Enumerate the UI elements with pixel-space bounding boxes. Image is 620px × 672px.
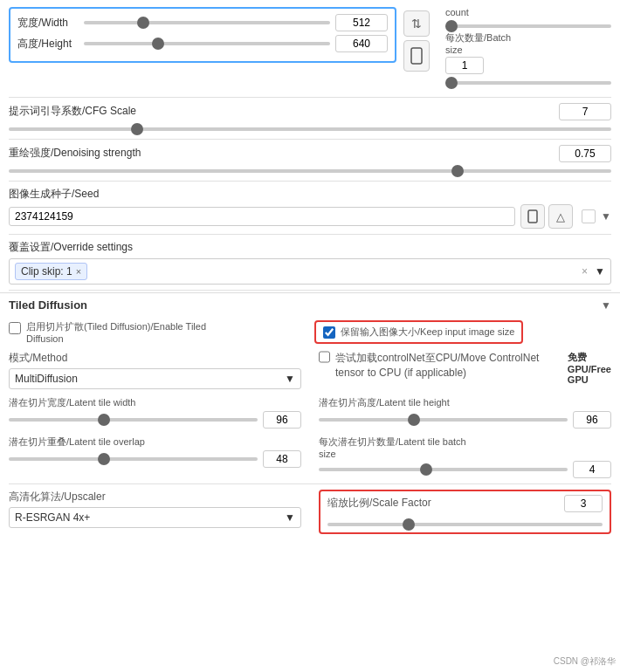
cfg-section: 提示词引导系数/CFG Scale 7 bbox=[0, 99, 620, 137]
tile-overlap-input[interactable]: 48 bbox=[263, 450, 301, 468]
method-label: 模式/Method bbox=[9, 351, 301, 366]
svg-rect-0 bbox=[411, 48, 422, 64]
batch-slider[interactable] bbox=[445, 81, 611, 85]
height-slider[interactable] bbox=[84, 42, 330, 45]
count-slider[interactable] bbox=[445, 24, 611, 28]
method-value: MultiDiffusion bbox=[15, 373, 78, 385]
enable-label: 启用切片扩散(Tiled Diffusion)/Enable Tiled Dif… bbox=[26, 320, 206, 344]
width-input[interactable]: 512 bbox=[335, 14, 388, 31]
enable-row: 启用切片扩散(Tiled Diffusion)/Enable Tiled Dif… bbox=[0, 317, 620, 347]
top-area: 宽度/Width 512 高度/Height 640 ⇅ count 每次数量/… bbox=[0, 0, 620, 95]
separator-4 bbox=[9, 234, 611, 235]
tile-width-param: 潜在切片宽度/Latent tile width 96 bbox=[9, 396, 301, 429]
denoising-input[interactable]: 0.75 bbox=[559, 145, 611, 162]
scale-factor-right: 缩放比例/Scale Factor 3 bbox=[319, 490, 611, 534]
seed-label: 图像生成种子/Seed bbox=[9, 187, 611, 202]
separator-5 bbox=[9, 290, 611, 291]
phone-button[interactable] bbox=[403, 40, 430, 72]
separator-3 bbox=[9, 181, 611, 182]
keep-image-box: 保留输入图像大小/Keep input image size bbox=[314, 320, 523, 344]
method-left: 模式/Method MultiDiffusion ▼ bbox=[9, 351, 301, 389]
seed-dropdown-arrow[interactable]: ▼ bbox=[601, 210, 611, 223]
scale-label: 缩放比例/Scale Factor bbox=[327, 496, 431, 511]
override-section: 覆盖设置/Override settings Clip skip: 1 × × … bbox=[0, 237, 620, 288]
tile-height-param: 潜在切片高度/Latent tile height 96 bbox=[319, 396, 611, 429]
override-clear-btn[interactable]: × bbox=[582, 265, 588, 278]
tile-overlap-row: 48 bbox=[9, 450, 301, 468]
dimension-box: 宽度/Width 512 高度/Height 640 bbox=[9, 7, 396, 63]
method-dropdown-arrow: ▼ bbox=[285, 373, 295, 385]
override-dropdown-arrow[interactable]: ▼ bbox=[595, 265, 605, 278]
cfg-label: 提示词引导系数/CFG Scale bbox=[9, 104, 136, 119]
tile-batch-param: 每次潜在切片数量/Latent tile batch size 4 bbox=[319, 435, 611, 478]
cfg-row: 提示词引导系数/CFG Scale 7 bbox=[9, 103, 611, 120]
tiled-title: Tiled Diffusion bbox=[9, 298, 601, 312]
tile-batch-slider[interactable] bbox=[319, 468, 568, 471]
scale-input[interactable]: 3 bbox=[564, 495, 603, 512]
tile-batch-input[interactable]: 4 bbox=[573, 461, 611, 478]
keep-image-area: 保留输入图像大小/Keep input image size bbox=[314, 320, 611, 344]
tile-overlap-label: 潜在切片重叠/Latent tile overlap bbox=[9, 435, 301, 449]
cfg-input[interactable]: 7 bbox=[559, 103, 611, 120]
tile-width-label: 潜在切片宽度/Latent tile width bbox=[9, 396, 301, 409]
tile-overlap-param: 潜在切片重叠/Latent tile overlap 48 bbox=[9, 435, 301, 478]
svg-rect-1 bbox=[528, 210, 537, 223]
enable-checkbox[interactable] bbox=[9, 322, 21, 334]
tile-width-row: 96 bbox=[9, 411, 301, 429]
keep-image-label: 保留输入图像大小/Keep input image size bbox=[341, 326, 514, 339]
tile-height-input[interactable]: 96 bbox=[573, 411, 611, 429]
seed-row: 2374124159 △ ▼ bbox=[9, 204, 611, 229]
tile-params-2: 潜在切片重叠/Latent tile overlap 48 每次潜在切片数量/L… bbox=[0, 432, 620, 482]
enable-left: 启用切片扩散(Tiled Diffusion)/Enable Tiled Dif… bbox=[9, 320, 306, 344]
right-col: count 每次数量/Batch size 1 bbox=[437, 7, 611, 88]
count-label: count bbox=[445, 7, 611, 17]
tile-width-input[interactable]: 96 bbox=[263, 411, 301, 429]
upscaler-label: 高清化算法/Upscaler bbox=[9, 490, 301, 504]
height-input[interactable]: 640 bbox=[335, 35, 388, 52]
method-select[interactable]: MultiDiffusion ▼ bbox=[9, 368, 301, 389]
separator-6 bbox=[9, 483, 611, 484]
seed-dice-btn[interactable]: △ bbox=[548, 204, 573, 229]
tile-height-slider[interactable] bbox=[319, 418, 568, 422]
clip-tag-text: Clip skip: 1 bbox=[21, 265, 72, 278]
batch-input[interactable]: 1 bbox=[445, 57, 484, 74]
clip-tag: Clip skip: 1 × bbox=[15, 263, 87, 280]
scale-slider[interactable] bbox=[327, 523, 603, 526]
controlnet-checkbox[interactable] bbox=[319, 351, 330, 363]
upscaler-select[interactable]: R-ESRGAN 4x+ ▼ bbox=[9, 507, 301, 528]
seed-checkbox[interactable] bbox=[582, 209, 596, 223]
separator-2 bbox=[9, 139, 611, 140]
tiled-collapse-btn[interactable]: ▼ bbox=[601, 299, 611, 312]
upscaler-value: R-ESRGAN 4x+ bbox=[15, 511, 90, 524]
height-label: 高度/Height bbox=[17, 37, 79, 51]
tile-params-1: 潜在切片宽度/Latent tile width 96 潜在切片高度/Laten… bbox=[0, 393, 620, 432]
override-input-row: Clip skip: 1 × × ▼ bbox=[9, 258, 611, 285]
width-label: 宽度/Width bbox=[17, 16, 79, 31]
tile-batch-label: 每次潜在切片数量/Latent tile batch size bbox=[319, 435, 611, 459]
controlnet-label: 尝试加载controlNet至CPU/Move ControlNet tenso… bbox=[335, 351, 559, 381]
clip-close-btn[interactable]: × bbox=[76, 266, 81, 277]
tile-width-slider[interactable] bbox=[9, 418, 258, 422]
height-row: 高度/Height 640 bbox=[17, 35, 388, 52]
denoising-slider[interactable] bbox=[9, 169, 611, 173]
seed-section: 图像生成种子/Seed 2374124159 △ ▼ bbox=[0, 183, 620, 232]
upscaler-left: 高清化算法/Upscaler R-ESRGAN 4x+ ▼ bbox=[9, 490, 301, 528]
tile-overlap-slider[interactable] bbox=[9, 457, 258, 461]
tile-height-row: 96 bbox=[319, 411, 611, 429]
keep-image-checkbox[interactable] bbox=[323, 326, 335, 339]
width-row: 宽度/Width 512 bbox=[17, 14, 388, 31]
controlnet-row: 尝试加载controlNet至CPU/Move ControlNet tenso… bbox=[319, 351, 611, 385]
tile-batch-row: 4 bbox=[319, 461, 611, 478]
width-slider[interactable] bbox=[84, 21, 330, 24]
scale-label-row: 缩放比例/Scale Factor 3 bbox=[327, 495, 603, 512]
separator-1 bbox=[9, 97, 611, 98]
denoising-section: 重绘强度/Denoising strength 0.75 bbox=[0, 141, 620, 179]
cfg-slider[interactable] bbox=[9, 127, 611, 131]
tile-height-label: 潜在切片高度/Latent tile height bbox=[319, 396, 611, 409]
batch-label: 每次数量/Batch size bbox=[445, 31, 611, 55]
swap-button[interactable]: ⇅ bbox=[403, 10, 430, 37]
seed-phone-btn[interactable] bbox=[520, 204, 545, 229]
seed-input[interactable]: 2374124159 bbox=[9, 207, 515, 226]
watermark: CSDN @祁洛华 bbox=[554, 655, 616, 668]
scale-factor-box: 缩放比例/Scale Factor 3 bbox=[319, 490, 611, 534]
